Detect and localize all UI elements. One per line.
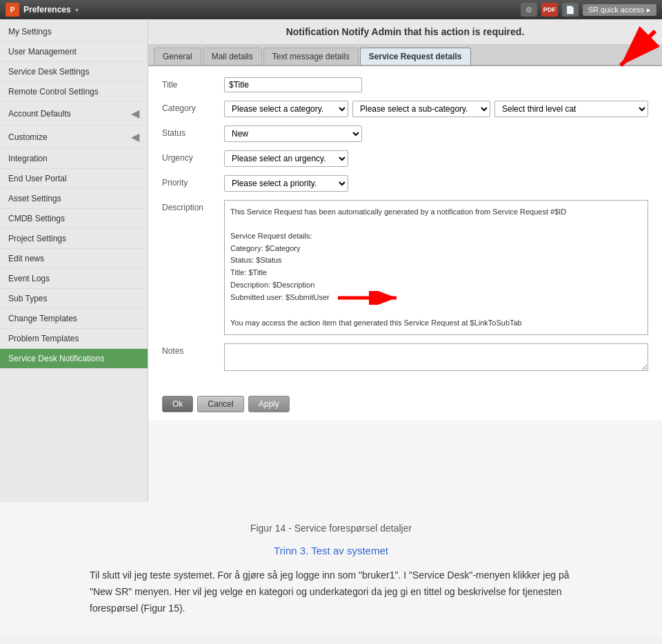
priority-row: Priority Please select a priority. — [162, 175, 648, 192]
description-text: This Service Request has been automatica… — [224, 200, 648, 335]
category-row: Category Please select a category. Pleas… — [162, 101, 648, 117]
sidebar-item-integration[interactable]: Integration — [0, 149, 148, 169]
sidebar-item-user-management[interactable]: User Management — [0, 42, 148, 62]
status-row: Status New — [162, 125, 648, 142]
title-control — [224, 77, 648, 92]
category-control: Please select a category. Please select … — [224, 101, 648, 117]
figure-caption: Figur 14 - Service forespørsel detaljer — [14, 523, 648, 534]
top-bar-icons: ⚙ PDF 📄 SR quick access ▸ — [521, 3, 656, 17]
priority-select[interactable]: Please select a priority. — [224, 175, 348, 192]
sidebar: My Settings User Management Service Desk… — [0, 19, 148, 502]
figure-step: Trinn 3. Test av systemet — [14, 545, 648, 556]
category-label: Category — [162, 101, 224, 113]
button-row: Ok Cancel Apply — [148, 390, 662, 421]
app-title: Preferences — [23, 5, 71, 14]
notes-row: Notes — [162, 343, 648, 371]
sidebar-item-service-desk-settings[interactable]: Service Desk Settings — [0, 62, 148, 82]
sidebar-item-edit-news[interactable]: Edit news — [0, 249, 148, 269]
category-select[interactable]: Please select a category. — [224, 101, 348, 117]
sidebar-item-project-settings[interactable]: Project Settings — [0, 229, 148, 249]
apply-button[interactable]: Apply — [248, 396, 290, 412]
sidebar-item-end-user-portal[interactable]: End User Portal — [0, 169, 148, 189]
svg-line-1 — [621, 31, 655, 66]
sidebar-item-remote-control[interactable]: Remote Control Settings — [0, 82, 148, 102]
settings-icon[interactable]: ⚙ — [521, 3, 537, 17]
app-logo: P — [6, 3, 19, 17]
content-area: Notification Notify Admin that his actio… — [148, 19, 662, 502]
notes-control — [224, 343, 648, 371]
status-control: New — [224, 125, 648, 142]
sidebar-item-my-settings[interactable]: My Settings — [0, 22, 148, 42]
sidebar-item-sub-types[interactable]: Sub Types — [0, 289, 148, 309]
top-bar: P Preferences ▾ ⚙ PDF 📄 SR quick access … — [0, 0, 662, 19]
sidebar-item-cmdb-settings[interactable]: CMDB Settings — [0, 209, 148, 229]
title-row: Title — [162, 77, 648, 92]
urgency-select[interactable]: Please select an urgency. — [224, 150, 348, 167]
ok-button[interactable]: Ok — [162, 396, 193, 412]
form-area: Title Category Please select a category.… — [148, 66, 662, 390]
urgency-row: Urgency Please select an urgency. — [162, 150, 648, 167]
urgency-label: Urgency — [162, 150, 224, 163]
description-control: This Service Request has been automatica… — [224, 200, 648, 335]
figure-section: Figur 14 - Service forespørsel detaljer … — [0, 502, 662, 637]
title-input[interactable] — [224, 77, 362, 92]
third-level-select[interactable]: Select third level cat — [494, 101, 648, 117]
title-dropdown-arrow[interactable]: ▾ — [75, 6, 79, 14]
urgency-control: Please select an urgency. — [224, 150, 648, 167]
sidebar-item-problem-templates[interactable]: Problem Templates — [0, 329, 148, 349]
sidebar-item-account-defaults[interactable]: Account Defaults ◀ — [0, 102, 148, 125]
notes-label: Notes — [162, 343, 224, 356]
sidebar-item-change-templates[interactable]: Change Templates — [0, 309, 148, 329]
tab-general[interactable]: General — [154, 48, 201, 65]
submituser-red-arrow — [334, 291, 403, 305]
sr-quick-access[interactable]: SR quick access ▸ — [583, 4, 656, 16]
notes-input[interactable] — [224, 343, 648, 371]
status-label: Status — [162, 125, 224, 138]
subcategory-select[interactable]: Please select a sub-category. — [352, 101, 490, 117]
figure-paragraph: Til slutt vil jeg teste systemet. For å … — [90, 567, 572, 616]
cancel-button[interactable]: Cancel — [197, 396, 243, 412]
status-select[interactable]: New — [224, 125, 362, 142]
tab-service-request-details[interactable]: Service Request details — [360, 48, 471, 65]
tab-mail-details[interactable]: Mail details — [203, 48, 262, 65]
tab-text-message-details[interactable]: Text message details — [263, 48, 359, 65]
pdf-icon[interactable]: PDF — [541, 3, 558, 17]
tab-red-arrow — [538, 24, 662, 79]
priority-control: Please select a priority. — [224, 175, 648, 192]
doc-icon[interactable]: 📄 — [562, 3, 579, 17]
sidebar-item-customize[interactable]: Customize ◀ — [0, 125, 148, 149]
priority-label: Priority — [162, 175, 224, 188]
sidebar-item-event-logs[interactable]: Event Logs — [0, 269, 148, 289]
sidebar-item-service-desk-notifications[interactable]: Service Desk Notifications — [0, 349, 148, 369]
title-label: Title — [162, 77, 224, 90]
description-row: Description This Service Request has bee… — [162, 200, 648, 335]
main-layout: My Settings User Management Service Desk… — [0, 19, 662, 502]
sidebar-item-asset-settings[interactable]: Asset Settings — [0, 189, 148, 209]
description-label: Description — [162, 200, 224, 212]
